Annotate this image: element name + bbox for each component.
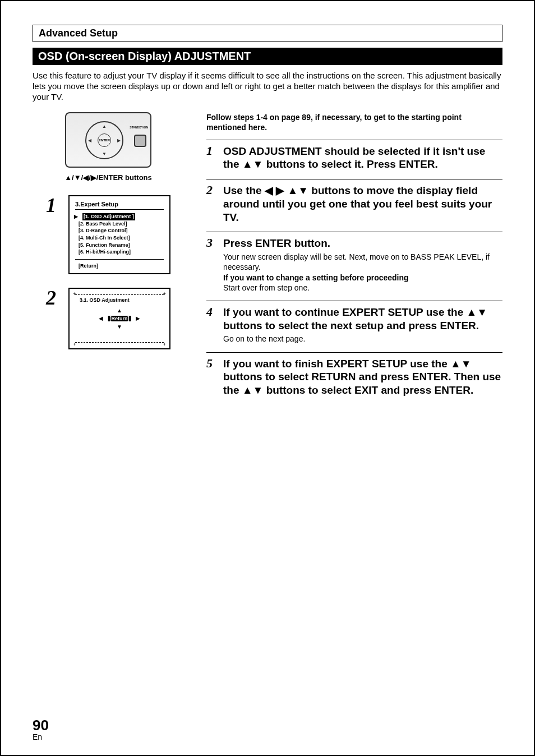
osd-item: [2. Bass Peak Level] xyxy=(79,221,127,227)
step-number: 1 xyxy=(46,195,61,274)
step-title: If you want to continue EXPERT SETUP use… xyxy=(223,306,502,333)
osd-adjust-widget: ▲ ◀ [Return] ▶ ▼ xyxy=(99,307,141,330)
left-step-1: 1 3.Expert Setup ▶[1. OSD Adjustment ] [… xyxy=(46,195,170,274)
manual-page: Advanced Setup OSD (On-screen Display) A… xyxy=(0,0,535,756)
arrow-left-icon: ◀ xyxy=(99,315,103,321)
instruction-step-5: 5 If you want to finish EXPERT SETUP use… xyxy=(206,352,502,405)
page-language: En xyxy=(33,732,502,741)
instruction-step-2: 2 Use the ◀ ▶ ▲▼ buttons to move the dis… xyxy=(206,179,502,232)
step-number: 1 xyxy=(206,145,216,172)
dpad-icon: ▲ ▼ ◀ ▶ ENTER xyxy=(85,121,123,159)
osd-item: [6. Hi-bit/Hi-sampling] xyxy=(79,249,131,255)
page-number: 90 xyxy=(33,718,502,732)
osd-menu-items: ▶[1. OSD Adjustment ] [2. Bass Peak Leve… xyxy=(75,213,164,256)
enter-button-icon: ENTER xyxy=(98,133,111,147)
step-number: 2 xyxy=(46,288,61,349)
divider xyxy=(75,259,164,260)
osd-item: [5. Function Rename] xyxy=(79,242,130,248)
osd-item: [4. Multi-Ch In Select] xyxy=(79,235,130,241)
osd-screen-expert-setup: 3.Expert Setup ▶[1. OSD Adjustment ] [2.… xyxy=(68,195,170,274)
step-number: 3 xyxy=(206,237,216,293)
step-body: Go on to the next page. xyxy=(223,334,502,344)
step-title: OSD ADJUSTMENT should be selected if it … xyxy=(223,145,502,172)
step-title: Press ENTER button. xyxy=(223,237,502,250)
step-body: Your new screen display will be set. Nex… xyxy=(223,252,502,293)
osd-return-selected: [Return] xyxy=(108,316,131,321)
step-title: If you want to finish EXPERT SETUP use t… xyxy=(223,357,502,397)
page-footer: 90 En xyxy=(33,718,502,741)
osd-item-selected: [1. OSD Adjustment ] xyxy=(82,213,135,220)
osd-return: [Return] xyxy=(75,263,164,269)
step-number: 5 xyxy=(206,357,216,397)
osd-title: 3.1. OSD Adjustment xyxy=(80,297,130,303)
arrow-down-icon: ▼ xyxy=(102,151,107,156)
step-body-bold: If you want to change a setting before p… xyxy=(223,273,409,282)
arrow-right-icon: ▶ xyxy=(136,315,140,321)
osd-item: [3. D-Range Control] xyxy=(79,228,128,233)
step-number: 2 xyxy=(206,184,216,224)
instruction-step-4: 4 If you want to continue EXPERT SETUP u… xyxy=(206,301,502,352)
pre-note: Follow steps 1-4 on page 89, if necessar… xyxy=(206,112,502,132)
arrow-right-icon: ▶ xyxy=(117,138,121,143)
intro-paragraph: Use this feature to adjust your TV displ… xyxy=(33,71,502,102)
step-body-text: Your new screen display will be set. Nex… xyxy=(223,252,490,271)
instruction-step-1: 1 OSD ADJUSTMENT should be selected if i… xyxy=(206,140,502,179)
step-number: 4 xyxy=(206,306,216,344)
right-column: Follow steps 1-4 on page 89, if necessar… xyxy=(206,112,502,405)
left-column: ▲ ▼ ◀ ▶ ENTER STANDBY/ON ▲/▼/◀/▶/ENTER b… xyxy=(33,112,184,405)
instruction-step-3: 3 Press ENTER button. Your new screen di… xyxy=(206,232,502,301)
guide-line-icon xyxy=(75,342,164,343)
left-step-2: 2 + + + + 3.1. OSD Adjustment ▲ ◀ [Retur… xyxy=(46,288,170,349)
corner-mark-icon: + xyxy=(163,291,166,297)
standby-button-icon xyxy=(134,135,146,147)
corner-mark-icon: + xyxy=(73,291,76,297)
step-body-text: Start over from step one. xyxy=(223,283,310,292)
arrow-left-icon: ◀ xyxy=(88,138,91,143)
remote-caption: ▲/▼/◀/▶/ENTER buttons xyxy=(64,173,152,182)
breadcrumb: Advanced Setup xyxy=(39,27,118,39)
remote-illustration: ▲ ▼ ◀ ▶ ENTER STANDBY/ON xyxy=(65,112,151,168)
content-columns: ▲ ▼ ◀ ▶ ENTER STANDBY/ON ▲/▼/◀/▶/ENTER b… xyxy=(33,112,502,405)
arrow-up-icon: ▲ xyxy=(102,124,107,129)
pointer-icon: ▶ xyxy=(74,214,78,219)
breadcrumb-box: Advanced Setup xyxy=(33,25,502,42)
section-title: OSD (On-screen Display) ADJUSTMENT xyxy=(33,48,502,65)
osd-screen-adjustment: + + + + 3.1. OSD Adjustment ▲ ◀ [Return]… xyxy=(68,288,170,349)
arrow-down-icon: ▼ xyxy=(117,324,122,330)
guide-line-icon xyxy=(75,294,164,295)
step-title: Use the ◀ ▶ ▲▼ buttons to move the displ… xyxy=(223,184,502,224)
standby-label: STANDBY/ON xyxy=(130,126,148,129)
arrow-up-icon: ▲ xyxy=(117,307,122,314)
osd-title: 3.Expert Setup xyxy=(75,201,164,210)
